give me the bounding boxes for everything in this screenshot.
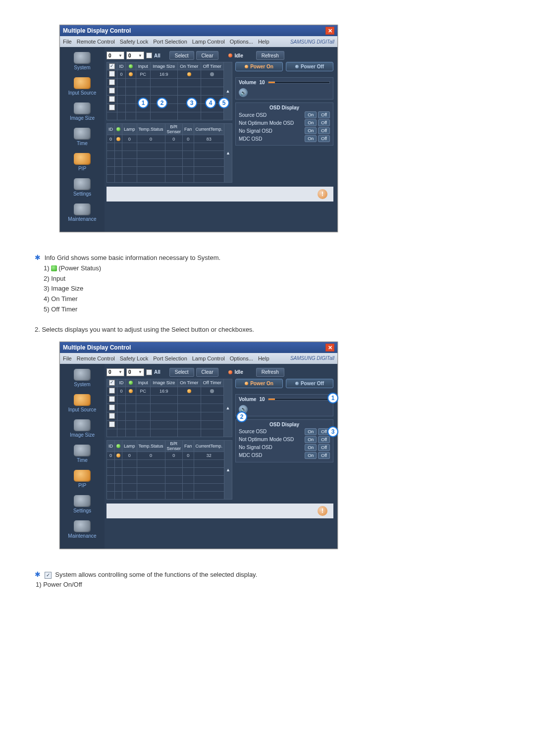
osd-mdc-label: MDC OSD [239,136,262,142]
status-grid: ID Lamp Temp.Status B/R Senser Fan Curre… [107,440,232,500]
osd-nosig-label: No Signal OSD [239,128,272,134]
power-status-icon [129,64,133,68]
osd-notopt-on[interactable]: On [305,119,317,126]
window-title: Multiple Display Control [63,27,131,34]
brand-label: SAMSUNG DIGITall [290,39,334,45]
doc1-intro: Info Grid shows some basic information n… [45,254,220,261]
image-size-icon [74,102,91,114]
menu-options[interactable]: Options... [230,39,253,45]
status-scrollbar[interactable]: ▲ [224,124,232,183]
grid-scrollbar[interactable]: ▲ [224,62,232,120]
idle-indicator: Idle [228,53,243,58]
pip-icon [74,153,91,165]
menu-port[interactable]: Port Selection [153,39,187,45]
window-titlebar: Multiple Display Control ✕ [60,25,337,36]
power-on-button[interactable]: Power On [235,62,283,71]
checkbox-mini-icon: ✓ [45,572,52,579]
osd-notopt-label: Not Optimum Mode OSD [239,120,294,126]
osd-panel: OSD Display Source OSDOnOff Not Optimum … [235,102,333,146]
alert-icon: ! [318,506,327,516]
status-strip: ! [107,187,333,202]
grid-row[interactable]: 0 PC 16:9 [107,70,232,79]
osd-mdc-off[interactable]: Off [318,135,330,142]
row-checkbox[interactable] [109,71,115,77]
sidebar-image-size[interactable]: Image Size [60,102,105,121]
menu-lamp[interactable]: Lamp Control [192,39,225,45]
sidebar-pip[interactable]: PIP [60,470,105,488]
system-icon [74,52,91,64]
power-off-button[interactable]: Power Off [286,62,333,71]
sidebar: System Input Source Image Size Time PIP … [60,47,105,232]
doc1-step2: 2. Selects displays you want to adjust u… [35,325,505,335]
sidebar-input-source[interactable]: Input Source [60,77,105,96]
input-source-icon [74,77,91,89]
status-grid: ID Lamp Temp.Status B/R Senser Fan Curre… [107,123,232,183]
sidebar-image-size[interactable]: Image Size [60,419,105,438]
spin-1[interactable]: 0▼ [107,51,124,59]
speaker-icon[interactable]: 🔊 [239,405,248,414]
time-icon [74,128,91,140]
idle-dot-icon [228,53,232,57]
power-off-icon [295,65,299,68]
all-checkbox[interactable] [146,52,152,58]
info-grid: ID Input Image Size On Timer Off Timer ▲ [107,62,232,120]
menu-help[interactable]: Help [258,39,269,45]
osd-nosig-on[interactable]: On [305,127,317,134]
osd-notopt-off[interactable]: Off [318,119,330,126]
spin-2[interactable]: 0▼ [126,51,144,59]
volume-slider[interactable] [268,81,330,84]
sidebar-maintenance[interactable]: Maintenance [60,520,105,539]
menubar: File Remote Control Safety Lock Port Sel… [60,36,337,47]
star-icon: ✱ [35,570,41,578]
sidebar-input-source[interactable]: Input Source [60,394,105,412]
refresh-button[interactable]: Refresh [256,51,284,60]
status-row[interactable]: 0 0 0 0 0 83 [107,135,232,143]
sidebar-settings[interactable]: Settings [60,495,105,513]
osd-title: OSD Display [239,105,330,110]
menu-safety[interactable]: Safety Lock [120,39,148,45]
osd-mdc-on[interactable]: On [305,135,317,142]
settings-icon [74,178,91,190]
close-icon[interactable]: ✕ [325,27,334,35]
osd-nosig-off[interactable]: Off [318,127,330,134]
info-grid: ID Input Image Size On Timer Off Timer ▲ [107,379,232,437]
doc-text-1: ✱ Info Grid shows some basic information… [35,252,505,335]
osd-source-off[interactable]: Off [318,111,330,118]
clear-button[interactable]: Clear [196,51,219,60]
sidebar-system[interactable]: System [60,369,105,387]
alert-icon: ! [318,189,327,199]
all-label: All [154,53,160,58]
doc2-intro: System allows controlling some of the fu… [55,571,257,578]
sidebar-time[interactable]: Time [60,445,105,463]
osd-source-label: Source OSD [239,112,267,118]
menubar: File Remote Control Safety Lock Port Sel… [60,353,337,364]
sidebar-settings[interactable]: Settings [60,178,105,197]
row-power-icon [129,72,133,76]
sidebar-pip[interactable]: PIP [60,153,105,171]
menu-remote[interactable]: Remote Control [77,39,115,45]
doc-text-2: ✱ ✓ System allows controlling some of th… [35,569,505,591]
sidebar-maintenance[interactable]: Maintenance [60,203,105,222]
header-checkbox[interactable] [109,63,115,69]
speaker-icon[interactable]: 🔊 [239,88,248,97]
sidebar-system[interactable]: System [60,52,105,70]
close-icon[interactable]: ✕ [325,344,334,352]
volume-value: 10 [259,80,265,85]
maintenance-icon [74,203,91,215]
star-icon: ✱ [35,253,41,261]
doc2-item1: 1) Power On/Off [36,581,82,588]
window-titlebar: Multiple Display Control ✕ [60,342,337,353]
volume-label: Volume [239,80,256,85]
osd-source-on[interactable]: On [305,111,317,118]
menu-file[interactable]: File [63,39,72,45]
volume-panel: Volume 10 🔊 [235,77,333,100]
power-on-icon [245,65,248,68]
sidebar-time[interactable]: Time [60,128,105,146]
power-status-mini-icon [51,265,57,271]
select-button[interactable]: Select [169,51,194,60]
